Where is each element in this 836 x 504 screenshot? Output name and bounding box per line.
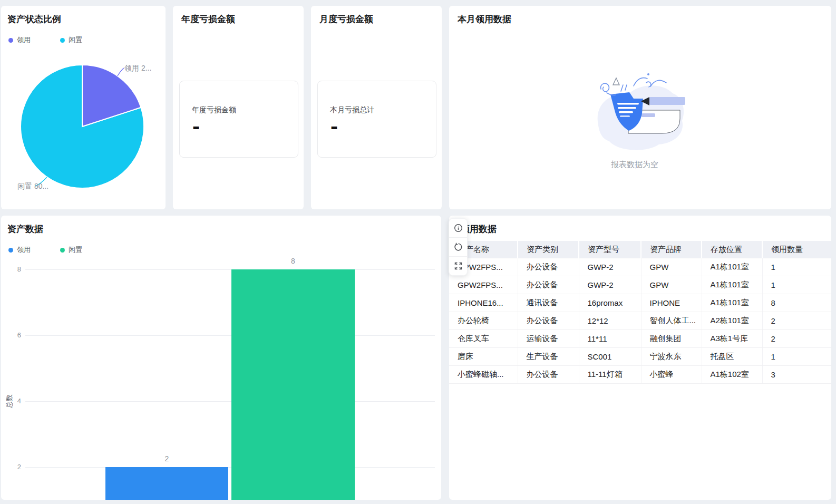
table-cell: 办公轮椅 xyxy=(449,312,518,330)
column-header-asset-category: 资产类别 xyxy=(518,241,579,258)
table-row: IPHONE16...通讯设备16promaxIPHONEA1栋101室8 xyxy=(449,294,831,312)
fullscreen-icon xyxy=(454,261,463,270)
table-cell: 智创人体工... xyxy=(641,312,702,330)
requisition-data-card: 领用数据 资产名称 资产类别 资产型号 资产品牌 存放位置 领用数量 GPW2F… xyxy=(449,216,831,500)
table-cell: SC001 xyxy=(579,348,641,366)
table-row: 仓库叉车运输设备11*11融创集团A3栋1号库2 xyxy=(449,330,831,348)
table-cell: GPW xyxy=(641,276,702,294)
table-cell: 办公设备 xyxy=(518,258,579,276)
bar-领用 xyxy=(105,467,228,500)
table-cell: A1栋102室 xyxy=(702,366,762,384)
empty-state-illustration xyxy=(591,71,689,156)
table-cell: 办公设备 xyxy=(518,276,579,294)
asset-data-card: 资产数据 领用闲置 总数 246828 xyxy=(1,216,441,500)
table-cell: 办公设备 xyxy=(518,312,579,330)
y-axis-tick: 8 xyxy=(1,265,21,273)
table-cell: 2 xyxy=(762,330,831,348)
table-cell: 1 xyxy=(762,348,831,366)
y-axis-tick: 6 xyxy=(1,331,21,339)
table-cell: GPW xyxy=(641,258,702,276)
gridline xyxy=(25,335,435,336)
table-cell: IPHONE xyxy=(641,294,702,312)
table-cell: 磨床 xyxy=(449,348,518,366)
column-header-asset-brand: 资产品牌 xyxy=(641,241,702,258)
table-cell: 1 xyxy=(762,258,831,276)
table-cell: 通讯设备 xyxy=(518,294,579,312)
card-title-month-requisition: 本月领用数据 xyxy=(458,13,511,25)
y-axis-tick: 4 xyxy=(1,397,21,405)
gridline xyxy=(25,467,435,468)
table-cell: 托盘区 xyxy=(702,348,762,366)
table-cell: GPW2FPS... xyxy=(449,276,518,294)
table-row: GPW2FPS...办公设备GWP-2GPWA1栋101室1 xyxy=(449,258,831,276)
dashboard-page: 资产状态比例 领用闲置 领用 2... 闲置 80... 年度亏损金额 年度亏损… xyxy=(0,0,836,504)
pencil-body xyxy=(649,97,685,105)
annual-loss-metric-value: - xyxy=(192,121,200,132)
table-cell: IPHONE16... xyxy=(449,294,518,312)
table-cell: A1栋101室 xyxy=(702,276,762,294)
pie-callout-label-xianzhi: 闲置 80... xyxy=(17,182,48,191)
table-cell: 生产设备 xyxy=(518,348,579,366)
requisition-table-body: GPW2FPS...办公设备GWP-2GPWA1栋101室1GPW2FPS...… xyxy=(449,258,831,384)
table-row: 磨床生产设备SC001宁波永东托盘区1 xyxy=(449,348,831,366)
annual-loss-metric-box: 年度亏损金额 - xyxy=(179,81,298,158)
table-cell: 小蜜蜂磁轴... xyxy=(449,366,518,384)
table-cell: A2栋101室 xyxy=(702,312,762,330)
gridline xyxy=(25,269,435,270)
bar-闲置 xyxy=(231,269,355,500)
table-cell: GWP-2 xyxy=(579,276,641,294)
y-axis-tick: 2 xyxy=(1,463,21,471)
table-cell: 11-11灯箱 xyxy=(579,366,641,384)
table-cell: A1栋101室 xyxy=(702,258,762,276)
table-cell: A1栋101室 xyxy=(702,294,762,312)
monthly-loss-metric-value: - xyxy=(330,121,338,132)
table-cell: 11*11 xyxy=(579,330,641,348)
monthly-loss-card: 月度亏损金额 本月亏损总计 - xyxy=(311,6,442,209)
table-cell: 1 xyxy=(762,276,831,294)
table-cell: 小蜜蜂 xyxy=(641,366,702,384)
table-cell: 12*12 xyxy=(579,312,641,330)
column-header-asset-model: 资产型号 xyxy=(579,241,641,258)
asset-status-ratio-card: 资产状态比例 领用闲置 领用 2... 闲置 80... xyxy=(1,6,166,209)
table-cell: 融创集团 xyxy=(641,330,702,348)
pie-chart xyxy=(1,6,166,209)
column-header-storage-location: 存放位置 xyxy=(702,241,762,258)
refresh-button[interactable] xyxy=(449,237,467,256)
chart-toolbar xyxy=(449,218,468,276)
table-cell: 运输设备 xyxy=(518,330,579,348)
empty-state-text: 报表数据为空 xyxy=(450,160,819,170)
month-requisition-card: 本月领用数据 报表数据为空 xyxy=(449,6,831,209)
table-row: 小蜜蜂磁轴...办公设备11-11灯箱小蜜蜂A1栋102室3 xyxy=(449,366,831,384)
info-button[interactable] xyxy=(449,219,467,237)
gridline xyxy=(25,401,435,402)
table-cell: 宁波永东 xyxy=(641,348,702,366)
table-cell: 办公设备 xyxy=(518,366,579,384)
column-header-requisition-qty: 领用数量 xyxy=(762,241,831,258)
requisition-table: 资产名称 资产类别 资产型号 资产品牌 存放位置 领用数量 GPW2FPS...… xyxy=(449,241,831,384)
table-cell: 3 xyxy=(762,366,831,384)
table-cell: 2 xyxy=(762,312,831,330)
table-cell: 仓库叉车 xyxy=(449,330,518,348)
table-cell: 16promax xyxy=(579,294,641,312)
table-header-row: 资产名称 资产类别 资产型号 资产品牌 存放位置 领用数量 xyxy=(449,241,831,258)
info-icon xyxy=(454,224,463,232)
pie-callout-label-lingyong: 领用 2... xyxy=(124,64,151,73)
fullscreen-button[interactable] xyxy=(449,256,467,275)
table-cell: A3栋1号库 xyxy=(702,330,762,348)
bar-value-label: 2 xyxy=(105,454,228,463)
pie-callout-line-0 xyxy=(118,68,124,76)
table-cell: 8 xyxy=(762,294,831,312)
card-title-monthly-loss: 月度亏损金额 xyxy=(319,13,373,25)
table-row: 办公轮椅办公设备12*12智创人体工...A2栋101室2 xyxy=(449,312,831,330)
bar-plot: 246828 xyxy=(1,216,441,500)
annual-loss-card: 年度亏损金额 年度亏损金额 - xyxy=(173,6,304,209)
monthly-loss-metric-box: 本月亏损总计 - xyxy=(317,81,436,158)
card-title-annual-loss: 年度亏损金额 xyxy=(181,13,235,25)
table-row: GPW2FPS...办公设备GWP-2GPWA1栋101室1 xyxy=(449,276,831,294)
bar-value-label: 8 xyxy=(231,257,355,265)
table-cell: GWP-2 xyxy=(579,258,641,276)
refresh-icon xyxy=(454,243,463,251)
